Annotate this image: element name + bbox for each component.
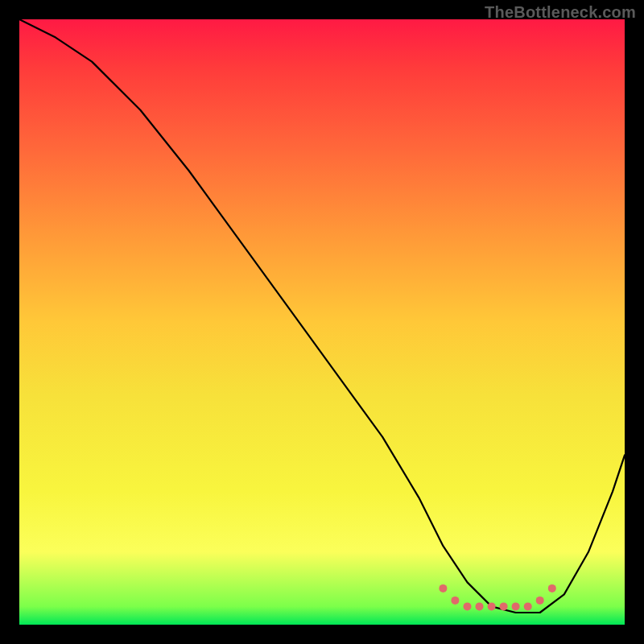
watermark-text: TheBottleneck.com — [485, 3, 636, 22]
bottleneck-curve — [19, 19, 625, 613]
chart-area — [19, 19, 625, 625]
marker-dot — [476, 602, 484, 610]
marker-group — [439, 584, 555, 611]
marker-dot — [488, 602, 496, 610]
marker-dot — [451, 597, 459, 605]
marker-dot — [512, 602, 520, 610]
marker-dot — [464, 602, 472, 610]
marker-dot — [548, 584, 556, 592]
markers-layer — [19, 19, 625, 625]
marker-dot — [536, 597, 544, 605]
marker-dot — [439, 584, 447, 592]
marker-dot — [500, 602, 508, 610]
marker-dot — [524, 602, 532, 610]
curve-layer — [19, 19, 625, 625]
